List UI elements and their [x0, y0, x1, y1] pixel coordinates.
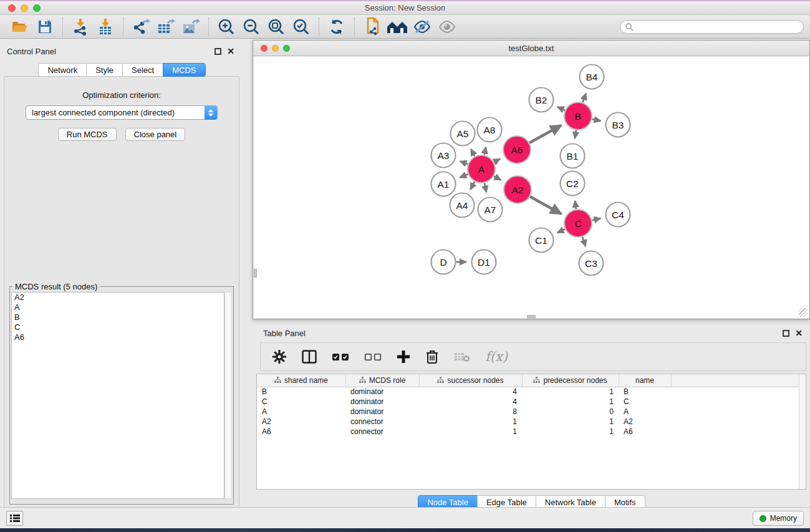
graph-edge-C-C1[interactable] — [557, 230, 565, 233]
new-network-from-selection-icon[interactable] — [362, 17, 383, 36]
graph-edge-B-B1[interactable] — [575, 130, 576, 138]
result-scrollbar[interactable] — [224, 292, 232, 499]
graph-edge-A-A3[interactable] — [460, 162, 468, 165]
tab-mcds[interactable]: MCDS — [163, 63, 205, 77]
table-cell[interactable]: dominator — [345, 387, 419, 397]
graph-edge-A2-C[interactable] — [530, 196, 561, 214]
table-row[interactable]: Bdominator41B — [257, 387, 806, 397]
graph-node-D1[interactable]: D1 — [472, 250, 496, 274]
canvas-horizontal-scroll-thumb[interactable] — [527, 315, 536, 318]
table-cell[interactable]: 1 — [522, 397, 619, 407]
network-window-titlebar[interactable]: testGlobe.txt — [253, 41, 809, 56]
graph-node-A3[interactable]: A3 — [432, 143, 456, 168]
table-row[interactable]: A6connector11A6 — [257, 427, 806, 437]
column-header-predecessor-nodes[interactable]: predecessor nodes — [522, 374, 619, 387]
select-all-columns-icon[interactable] — [332, 353, 349, 361]
window-resize-grip[interactable] — [799, 308, 808, 317]
table-row[interactable]: A2connector11A2 — [257, 417, 806, 427]
zoom-in-icon[interactable] — [216, 17, 237, 36]
table-cell[interactable]: A2 — [257, 417, 345, 427]
table-cell[interactable]: C — [619, 397, 671, 407]
search-field[interactable] — [620, 20, 804, 34]
export-table-icon[interactable] — [155, 17, 176, 36]
table-options-gear-icon[interactable] — [272, 349, 287, 364]
zoom-fit-icon[interactable] — [266, 17, 287, 36]
table-cell[interactable]: B — [257, 387, 345, 397]
graph-edge-A-A4[interactable] — [470, 181, 475, 190]
graph-edge-A-A5[interactable] — [471, 149, 475, 156]
graph-edge-A-A2[interactable] — [494, 176, 501, 180]
graph-node-A8[interactable]: A8 — [478, 118, 502, 142]
tab-network[interactable]: Network — [38, 63, 87, 77]
table-cell[interactable]: connector — [345, 427, 419, 437]
canvas-vertical-scroll-thumb[interactable] — [254, 269, 257, 278]
table-cell[interactable]: dominator — [345, 397, 419, 407]
graph-node-C3[interactable]: C3 — [579, 251, 604, 276]
tab-style[interactable]: Style — [86, 63, 123, 77]
function-builder-icon[interactable]: f(x) — [485, 349, 508, 364]
table-cell[interactable]: A6 — [619, 427, 671, 437]
float-table-panel-icon[interactable] — [783, 330, 789, 337]
close-panel-button[interactable]: Close panel — [125, 128, 186, 141]
table-cell[interactable]: B — [619, 387, 671, 397]
graph-node-D[interactable]: D — [432, 250, 456, 274]
open-file-icon[interactable] — [9, 17, 31, 36]
network-graph[interactable]: B4B2BB3A5A8A6B1A3AA1C2A2A4A7C4CC1C3DD1 — [254, 57, 809, 319]
column-header-name[interactable]: name — [619, 374, 671, 387]
first-neighbors-icon[interactable] — [387, 17, 408, 36]
result-list-item[interactable]: B — [12, 312, 224, 322]
export-image-icon[interactable] — [180, 17, 201, 36]
result-list-item[interactable]: A6 — [12, 332, 224, 342]
table-cell[interactable]: A — [619, 407, 671, 417]
graph-node-B3[interactable]: B3 — [606, 113, 630, 137]
graph-node-A7[interactable]: A7 — [478, 198, 503, 222]
table-cell[interactable]: connector — [345, 417, 419, 427]
show-all-icon[interactable] — [436, 17, 458, 36]
table-cell[interactable]: 1 — [419, 427, 522, 437]
hide-selected-icon[interactable] — [412, 17, 433, 36]
column-header-MCDS-role[interactable]: MCDS role — [345, 374, 419, 387]
graph-node-B[interactable]: B — [564, 102, 592, 130]
table-row[interactable]: Cdominator41C — [257, 397, 806, 407]
run-mcds-button[interactable]: Run MCDS — [58, 128, 117, 141]
graph-node-B2[interactable]: B2 — [529, 88, 554, 112]
search-input[interactable] — [634, 22, 803, 31]
import-network-icon[interactable] — [70, 17, 91, 36]
deselect-all-columns-icon[interactable] — [364, 353, 382, 361]
graph-node-A4[interactable]: A4 — [450, 193, 475, 218]
table-cell[interactable]: 1 — [419, 417, 522, 427]
table-cell[interactable]: A — [257, 407, 345, 417]
close-table-panel-icon[interactable]: ✕ — [795, 330, 803, 337]
table-cell[interactable]: 1 — [522, 427, 619, 437]
graph-edge-C-C2[interactable] — [575, 201, 576, 209]
zoom-selected-icon[interactable] — [291, 17, 312, 36]
graph-edge-B-B3[interactable] — [592, 119, 600, 121]
table-cell[interactable]: C — [257, 397, 345, 407]
graph-edge-A-A6[interactable] — [494, 159, 500, 162]
table-cell[interactable]: A6 — [257, 427, 345, 437]
table-cell[interactable]: 8 — [419, 407, 522, 417]
column-header-shared-name[interactable]: shared name — [257, 374, 345, 387]
graph-edge-C-C3[interactable] — [582, 237, 586, 246]
graph-edge-B-B4[interactable] — [583, 94, 586, 102]
graph-node-C4[interactable]: C4 — [606, 203, 630, 227]
tab-select[interactable]: Select — [122, 63, 163, 77]
table-scrollbar[interactable] — [799, 374, 806, 489]
create-column-plus-icon[interactable] — [397, 350, 410, 364]
graph-node-C2[interactable]: C2 — [561, 172, 585, 196]
float-panel-icon[interactable] — [215, 48, 221, 55]
show-task-history-button[interactable] — [6, 511, 23, 526]
graph-edge-C-C4[interactable] — [592, 218, 600, 220]
result-list-item[interactable]: A — [12, 302, 224, 312]
graph-edge-A-A7[interactable] — [485, 183, 486, 192]
table-cell[interactable]: 4 — [419, 397, 522, 407]
criterion-select[interactable]: largest connected component (directed) — [26, 105, 218, 120]
graph-edge-B-B2[interactable] — [557, 107, 565, 110]
result-list-item[interactable]: C — [12, 322, 224, 332]
table-cell[interactable]: 1 — [522, 387, 619, 397]
show-column-panel-icon[interactable] — [302, 350, 317, 364]
close-panel-icon[interactable]: ✕ — [227, 48, 234, 55]
result-list-item[interactable]: A2 — [12, 293, 224, 302]
zoom-out-icon[interactable] — [241, 17, 262, 36]
table-cell[interactable]: dominator — [345, 407, 419, 417]
